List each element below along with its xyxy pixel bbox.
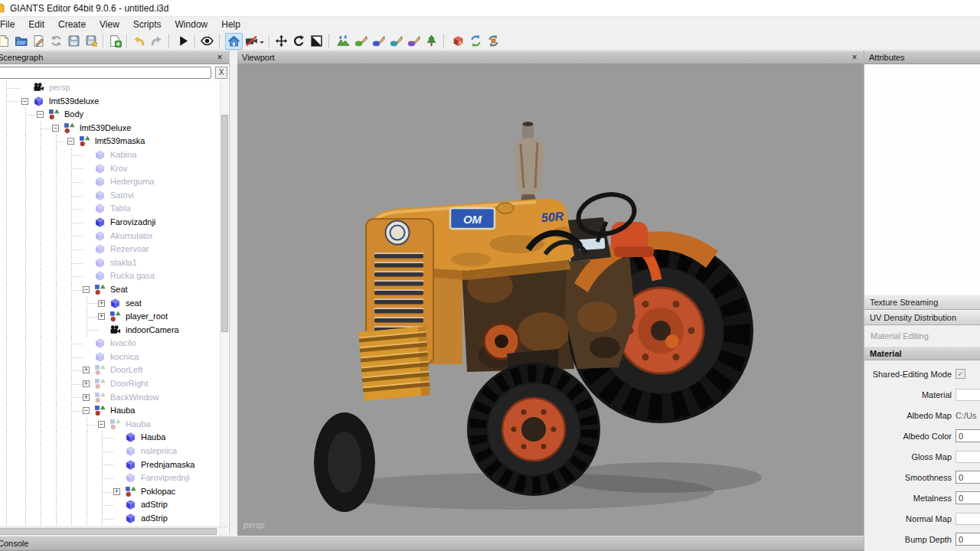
expand-icon[interactable]: + <box>98 300 105 307</box>
rotate-tool-button[interactable] <box>290 33 308 50</box>
console-panel-header[interactable]: Console <box>0 536 864 551</box>
collapse-icon[interactable]: − <box>52 125 59 132</box>
camera-visibility-button[interactable] <box>243 33 266 50</box>
scenegraph-node-rucka-gasa[interactable]: Rucka gasa <box>0 269 220 283</box>
scenegraph-node-stakla1[interactable]: stakla1 <box>0 256 220 270</box>
scenegraph-node-seat[interactable]: +seat <box>0 297 220 311</box>
value-field[interactable] <box>956 513 980 525</box>
scenegraph-node-rezervoar[interactable]: Rezervoar <box>0 243 220 256</box>
menu-view[interactable]: View <box>93 18 126 31</box>
collapse-icon[interactable]: − <box>83 407 90 414</box>
terrain-sculpt-button[interactable] <box>335 33 352 50</box>
collapse-icon[interactable]: − <box>67 138 74 145</box>
scenegraph-node-backwindow[interactable]: +BackWindow <box>0 391 220 405</box>
scenegraph-node-adstrip[interactable]: adStrip <box>0 512 220 526</box>
scenegraph-node-prednjamaska[interactable]: Prednjamaska <box>0 458 220 472</box>
scenegraph-vertical-scrollbar[interactable] <box>220 81 228 527</box>
scenegraph-node-kabina[interactable]: Kabina <box>0 148 220 162</box>
value-input[interactable] <box>956 491 980 504</box>
collapse-icon[interactable]: − <box>21 98 28 105</box>
scenegraph-node-akumulator[interactable]: Akumulator <box>0 230 220 243</box>
scenegraph-node-satovi[interactable]: Satovi <box>0 189 220 203</box>
collapse-icon[interactable]: − <box>98 421 105 428</box>
scenegraph-node-lmt539deluxe[interactable]: −lmt539Deluxe <box>0 122 220 135</box>
scenegraph-node-persp[interactable]: persp <box>0 81 220 95</box>
expand-icon[interactable]: + <box>83 394 90 401</box>
scenegraph-search-input[interactable] <box>0 67 211 79</box>
value-input[interactable] <box>956 533 980 546</box>
section-texture-streaming[interactable]: Texture Streaming <box>864 295 980 310</box>
checkbox[interactable]: ✓ <box>956 369 965 379</box>
reload-file-button[interactable] <box>47 33 65 50</box>
scenegraph-node-hauba[interactable]: Hauba <box>0 431 220 445</box>
expand-icon[interactable]: + <box>98 313 105 320</box>
open-file-button[interactable] <box>12 33 30 50</box>
scenegraph-node-lmt539deluxe[interactable]: −lmt539deluxe <box>0 95 220 109</box>
new-file-button[interactable] <box>0 33 12 50</box>
scenegraph-node-doorright[interactable]: +DoorRight <box>0 377 220 391</box>
menu-file[interactable]: File <box>0 18 21 31</box>
scenegraph-node-farovizadnji[interactable]: Farovizadnji <box>0 216 220 230</box>
scrollbar-thumb[interactable] <box>221 115 228 332</box>
scenegraph-node-hauba[interactable]: −Hauba <box>0 418 220 432</box>
scenegraph-node-poklopac[interactable]: +Poklopac <box>0 485 220 499</box>
scenegraph-node-tabla[interactable]: Tabla <box>0 202 220 216</box>
value-input[interactable] <box>956 471 980 484</box>
scale-tool-button[interactable] <box>308 33 325 50</box>
move-tool-button[interactable] <box>273 33 290 50</box>
scenegraph-node-adstrip[interactable]: adStrip <box>0 498 220 512</box>
menu-window[interactable]: Window <box>168 18 215 31</box>
viewport-canvas[interactable]: OM 50R <box>237 64 864 536</box>
scenegraph-node-nalepnica[interactable]: nalepnica <box>0 445 220 458</box>
edit-file-button[interactable] <box>30 33 47 50</box>
play-button[interactable] <box>175 33 192 50</box>
value-field[interactable] <box>956 451 980 463</box>
terrain-info-paint-button[interactable] <box>405 33 423 50</box>
close-icon[interactable]: × <box>215 51 224 64</box>
scenegraph-node-hauba[interactable]: −Hauba <box>0 404 220 418</box>
scenegraph-horizontal-scrollbar[interactable] <box>0 527 227 535</box>
scenegraph-node-lmt539maska[interactable]: −lmt539maska <box>0 135 220 148</box>
scenegraph-node-kocnica[interactable]: kocnica <box>0 350 220 364</box>
section-uv-density[interactable]: UV Density Distribution <box>864 310 980 325</box>
search-clear-button[interactable]: X <box>215 67 227 79</box>
scenegraph-node-hederguma[interactable]: Hederguma <box>0 175 220 189</box>
scenegraph-node-body[interactable]: −Body <box>0 108 220 122</box>
scrollbar-thumb[interactable] <box>0 528 217 535</box>
redo-button[interactable] <box>148 33 165 50</box>
reload-textures-button[interactable] <box>485 33 502 50</box>
collapse-icon[interactable]: − <box>83 286 90 293</box>
shader-toggle-button[interactable] <box>449 33 467 50</box>
value-input[interactable] <box>956 429 980 442</box>
frame-selected-button[interactable] <box>225 33 243 50</box>
undo-button[interactable] <box>130 33 148 50</box>
menu-edit[interactable]: Edit <box>21 18 51 31</box>
tractor-model[interactable]: OM 50R <box>237 64 864 536</box>
reload-shaders-button[interactable] <box>467 33 485 50</box>
value-field[interactable] <box>956 389 980 401</box>
foliage-paint-button[interactable] <box>370 33 387 50</box>
import-file-button[interactable] <box>106 33 124 50</box>
collapse-icon[interactable]: − <box>37 111 44 118</box>
section-material[interactable]: Material <box>864 346 980 360</box>
terrain-detail-paint-button[interactable] <box>387 33 405 50</box>
scenegraph-node-krov[interactable]: Krov <box>0 162 220 176</box>
scenegraph-node-player-root[interactable]: +player_root <box>0 310 220 324</box>
scenegraph-node-doorleft[interactable]: +DoorLeft <box>0 364 220 377</box>
menu-create[interactable]: Create <box>51 18 93 31</box>
visibility-toggle-button[interactable] <box>198 33 216 50</box>
scenegraph-node-seat[interactable]: −Seat <box>0 283 220 297</box>
expand-icon[interactable]: + <box>83 367 90 373</box>
terrain-paint-button[interactable] <box>352 33 370 50</box>
scenegraph-node-kvacilo[interactable]: kvacilo <box>0 337 220 350</box>
export-file-button[interactable] <box>83 33 100 50</box>
scenegraph-node-indoorcamera[interactable]: indoorCamera <box>0 324 220 337</box>
close-icon[interactable]: × <box>850 51 859 64</box>
expand-icon[interactable]: + <box>83 380 90 387</box>
menu-help[interactable]: Help <box>214 18 247 31</box>
path-value[interactable]: C:/Us <box>956 411 977 420</box>
expand-icon[interactable]: + <box>113 488 120 495</box>
save-file-button[interactable] <box>65 33 83 50</box>
tree-brush-button[interactable] <box>423 33 440 50</box>
menu-scripts[interactable]: Scripts <box>126 18 168 31</box>
